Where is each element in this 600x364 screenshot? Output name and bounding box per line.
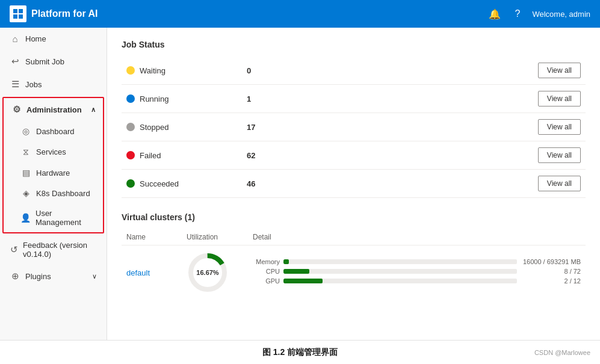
vc-col-detail: Detail [248,229,586,245]
utilization-chart: 16.67% [187,251,229,294]
administration-icon: ⚙ [11,104,22,115]
failed-count: 62 [247,151,255,160]
topbar-actions: 🔔 ? Welcome, admin [486,6,590,22]
failed-label: Failed [140,151,161,160]
waiting-view-all-button[interactable]: View all [538,63,581,78]
running-view-all-button[interactable]: View all [538,91,581,106]
vc-table-header: Name Utilization Detail [122,229,586,245]
memory-resource-row: Memory 16000 / 693291 MB [253,258,581,265]
welcome-text: Welcome, admin [532,10,590,19]
virtual-clusters-section: Virtual clusters (1) Name Utilization De… [122,212,586,300]
sidebar-item-k8s-dashboard[interactable]: ◈ K8s Dashboard [4,183,103,203]
vc-col-utilization: Utilization [182,229,248,245]
sidebar-item-feedback[interactable]: ↺ Feedback (version v0.14.0) [0,235,107,265]
help-button[interactable]: ? [513,6,523,22]
sidebar-item-hardware[interactable]: ▤ Hardware [4,162,103,183]
user-management-icon: 👤 [20,213,31,223]
status-waiting: Waiting [126,66,237,75]
memory-bar-fill [283,259,289,264]
chevron-up-icon: ∧ [91,106,96,114]
succeeded-count: 46 [247,179,255,188]
submit-job-icon: ↩ [10,56,20,67]
cpu-resource-row: CPU 8 / 72 [253,268,581,275]
job-status-table: Waiting 0 View all Running 1 Vie [122,57,586,198]
cpu-bar-track [283,269,517,274]
sidebar-item-user-management[interactable]: 👤 User Management [4,203,103,232]
cpu-bar-fill [283,269,309,274]
feedback-icon: ↺ [10,244,18,255]
sidebar-item-submit-job[interactable]: ↩ Submit Job [0,50,107,73]
resource-bars: Memory 16000 / 693291 MB CPU [253,258,581,285]
vc-col-name: Name [122,229,182,245]
gpu-bar-fill [283,279,323,283]
plugins-chevron-icon: ∨ [92,273,97,280]
vc-title: Virtual clusters (1) [122,212,586,222]
table-row: Running 1 View all [122,85,586,113]
table-row: Succeeded 46 View all [122,170,586,198]
stopped-view-all-button[interactable]: View all [538,119,581,135]
svg-rect-3 [19,14,23,19]
main-layout: ⌂ Home ↩ Submit Job ☰ Jobs ⚙ Administrat… [0,28,600,340]
sidebar-jobs-label: Jobs [25,80,42,89]
failed-view-all-button[interactable]: View all [538,147,581,163]
administration-header[interactable]: ⚙ Administration ∧ [4,98,103,121]
sidebar-item-home[interactable]: ⌂ Home [0,28,107,50]
running-count: 1 [247,94,251,103]
status-succeeded: Succeeded [126,179,237,188]
cpu-value: 8 / 72 [521,268,581,275]
cpu-label: CPU [253,268,280,275]
gpu-value: 2 / 12 [521,277,581,285]
sidebar-item-services[interactable]: ⧖ Services [4,141,103,162]
status-stopped: Stopped [126,123,237,132]
svg-rect-0 [13,9,17,13]
hardware-icon: ▤ [20,168,31,177]
k8s-dashboard-label: K8s Dashboard [36,189,90,198]
status-failed: Failed [126,151,237,160]
running-label: Running [140,94,169,103]
csdn-label: CSDN @Marlowee [534,349,590,356]
succeeded-dot [126,179,135,188]
succeeded-view-all-button[interactable]: View all [538,176,581,191]
stopped-count: 17 [247,123,255,132]
waiting-label: Waiting [140,66,165,75]
stopped-label: Stopped [140,123,169,132]
job-status-title: Job Status [122,40,586,49]
plugins-label: Plugins [25,272,51,281]
waiting-dot [126,66,135,75]
administration-section: ⚙ Administration ∧ ◎ Dashboard ⧖ Service… [2,97,104,233]
failed-dot [126,151,135,159]
memory-value: 16000 / 693291 MB [521,258,581,265]
jobs-icon: ☰ [10,79,20,90]
dashboard-icon: ◎ [20,126,31,136]
table-row: Waiting 0 View all [122,57,586,85]
status-running: Running [126,94,237,103]
app-logo: Platform for AI [10,5,98,22]
footer-caption-text: 图 1.2 前端管理界面 [262,347,338,358]
memory-bar-track [283,259,517,264]
waiting-count: 0 [247,66,251,75]
sidebar-item-dashboard[interactable]: ◎ Dashboard [4,121,103,141]
footer: 图 1.2 前端管理界面 CSDN @Marlowee [0,340,600,364]
feedback-label: Feedback (version v0.14.0) [23,241,97,259]
plugins-icon: ⊕ [10,271,20,282]
gpu-label: GPU [253,277,280,285]
running-dot [126,94,135,103]
app-title: Platform for AI [31,8,98,19]
user-management-label: User Management [36,209,96,227]
gpu-bar-track [283,279,517,283]
sidebar-submit-job-label: Submit Job [25,57,64,66]
succeeded-label: Succeeded [140,179,179,188]
sidebar-item-jobs[interactable]: ☰ Jobs [0,73,107,96]
table-row: Stopped 17 View all [122,113,586,141]
vc-default-link[interactable]: default [126,268,150,277]
stopped-dot [126,123,135,131]
main-content: Job Status Waiting 0 View all [107,28,600,340]
notifications-button[interactable]: 🔔 [486,6,503,22]
services-icon: ⧖ [20,147,31,157]
home-icon: ⌂ [10,34,20,44]
sidebar-item-plugins[interactable]: ⊕ Plugins ∨ [0,265,107,288]
table-row: Failed 62 View all [122,141,586,170]
vc-table: Name Utilization Detail default [122,229,586,300]
table-row: default 16.67% [122,245,586,300]
topbar: Platform for AI 🔔 ? Welcome, admin [0,0,600,28]
